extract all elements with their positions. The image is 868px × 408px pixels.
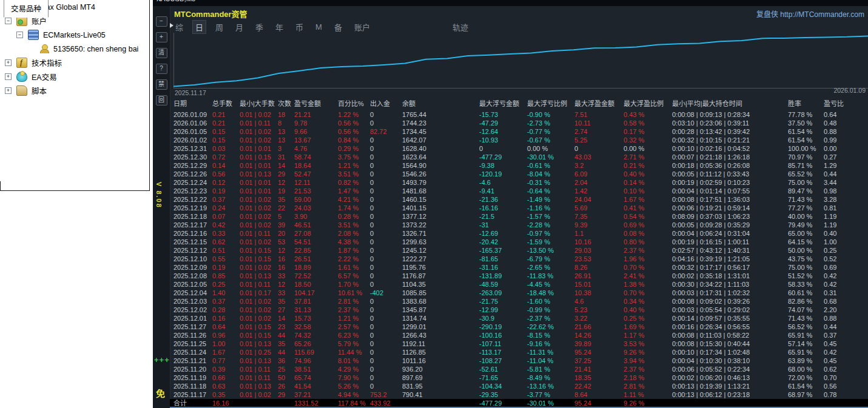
table-cell: -0.77 % bbox=[527, 127, 574, 136]
table-cell: 0.21 bbox=[212, 110, 240, 119]
table-cell: -1.49 % bbox=[527, 195, 574, 204]
table-cell: 2025.12.09 bbox=[170, 263, 212, 272]
expand-icon[interactable]: + bbox=[5, 59, 12, 66]
table-cell: 2.37 % bbox=[624, 365, 672, 373]
menu-item[interactable]: 日 bbox=[193, 21, 206, 33]
table-cell: 1.42 bbox=[574, 187, 624, 195]
equity-curve-chart[interactable] bbox=[173, 33, 868, 89]
minimize-icon[interactable]: − bbox=[156, 16, 167, 27]
table-cell: -12.64 bbox=[479, 127, 527, 136]
table-cell: 1564.90 bbox=[402, 161, 479, 170]
table-cell: 37.21 bbox=[294, 390, 338, 399]
menu-item[interactable]: 周 bbox=[213, 21, 226, 33]
expand-icon[interactable]: + bbox=[5, 87, 12, 94]
table-cell: 115.69 bbox=[294, 348, 338, 356]
collapse-icon[interactable]: − bbox=[16, 32, 23, 38]
table-cell: -120.19 bbox=[479, 170, 527, 178]
table-row: 2025.11.241.670.01 | 0.2544115.6911.44 %… bbox=[170, 348, 868, 356]
table-cell: 0.96 bbox=[212, 331, 240, 339]
table-row: 2025.12.030.370.01 | 0.023537.812.81 %01… bbox=[170, 297, 868, 306]
menu-item[interactable]: 账户 bbox=[352, 21, 372, 33]
table-cell: -12.99 bbox=[479, 306, 527, 314]
table-cell: -3.77 % bbox=[527, 390, 574, 399]
table-cell: 89.47 % bbox=[788, 187, 824, 195]
tree-item[interactable]: +技术指标 bbox=[0, 56, 149, 70]
menu-item[interactable]: 轨迹 bbox=[450, 21, 471, 33]
menu-item[interactable]: 季 bbox=[253, 21, 266, 33]
help-icon[interactable]: ? bbox=[156, 64, 167, 74]
candles-icon[interactable]: +++ bbox=[154, 355, 170, 364]
table-cell: 1744.23 bbox=[402, 119, 479, 127]
move-icon[interactable]: + bbox=[156, 32, 167, 42]
expand-icon[interactable]: + bbox=[5, 73, 12, 80]
table-cell: 0.51 bbox=[212, 246, 240, 255]
free-badge[interactable]: 免 bbox=[156, 387, 165, 400]
table-cell: 0.52 bbox=[824, 255, 868, 263]
table-cell: 22.85 bbox=[294, 246, 338, 255]
menu-item[interactable]: 备 bbox=[332, 21, 345, 33]
table-cell: 0 bbox=[370, 382, 402, 390]
collapse-icon[interactable]: − bbox=[5, 18, 12, 24]
table-cell: -0.31 % bbox=[527, 178, 574, 187]
table-cell: 4.38 % bbox=[338, 238, 370, 246]
table-cell: -30.01 % bbox=[527, 399, 574, 407]
table-cell: 51.52 % bbox=[788, 272, 824, 280]
brand-link[interactable]: 复盘侠 http://MTCommander.com bbox=[756, 8, 864, 19]
table-cell: -165.37 bbox=[479, 246, 527, 255]
table-cell: 0.56 % bbox=[338, 127, 370, 136]
tree-item[interactable]: +脚本 bbox=[0, 84, 149, 98]
table-cell: 0.82 % bbox=[338, 178, 370, 187]
table-cell: 0.01 | 0.02 bbox=[240, 238, 278, 246]
table-row: 2026.01.090.210.01 | 0.021821.211.22 %01… bbox=[170, 110, 868, 119]
table-cell: 38.51 bbox=[294, 365, 338, 373]
menu-item[interactable]: 年 bbox=[273, 21, 286, 33]
tree-item[interactable]: −ECMarkets-Live05 bbox=[0, 28, 149, 42]
table-cell: 0.43 % bbox=[624, 110, 672, 119]
tree-item[interactable]: +EA交易 bbox=[0, 70, 149, 84]
table-cell: 1.29 bbox=[824, 161, 868, 170]
table-cell: 0.70 % bbox=[624, 263, 672, 272]
clear-icon[interactable]: 清 bbox=[156, 48, 167, 58]
table-cell: 1642.07 bbox=[402, 136, 479, 144]
table-cell: -11.83 % bbox=[527, 272, 574, 280]
table-row: 合计16.161331.52117.84 %433.92-477.29-30.0… bbox=[170, 399, 868, 407]
table-cell: 0:00:06 | 0:05:52 | 0:22:34 bbox=[672, 365, 788, 373]
menu-item[interactable]: 月 bbox=[233, 21, 246, 33]
tree-item[interactable]: 5135650: chen sheng bai bbox=[0, 42, 149, 56]
table-cell: 0 bbox=[370, 280, 402, 289]
table-cell: 82.86 % bbox=[788, 297, 824, 306]
table-cell: -402 bbox=[370, 289, 402, 297]
table-cell: 0.16 bbox=[212, 314, 240, 323]
restore-icon[interactable]: 回 bbox=[156, 95, 167, 105]
table-cell: 0.40 bbox=[824, 229, 868, 238]
table-cell: -11.31 % bbox=[527, 348, 574, 356]
table-cell: 2025.12.16 bbox=[170, 229, 212, 238]
table-cell: 0.01 | 0.13 bbox=[240, 170, 278, 178]
table-cell: 33 bbox=[278, 289, 294, 297]
panel-title: MTCommander资管 bbox=[174, 8, 247, 19]
table-cell: -0.97 % bbox=[527, 229, 574, 238]
menu-item[interactable]: 币 bbox=[293, 21, 306, 33]
table-cell: 2025.11.20 bbox=[170, 365, 212, 373]
table-cell: 0.48 bbox=[824, 119, 868, 127]
table-cell: -30.9 bbox=[479, 314, 527, 323]
table-cell: 0.00 bbox=[824, 144, 868, 153]
table-cell: 0.01 | 0.11 bbox=[240, 229, 278, 238]
tab-symbols[interactable]: 交易品种 bbox=[4, 0, 49, 18]
table-cell: 5 bbox=[278, 212, 294, 221]
table-row: 2025.12.020.280.01 | 0.022731.132.37 %01… bbox=[170, 306, 868, 314]
table-cell: 0:00:02 | 0:06:20 | 0:46:13 bbox=[672, 373, 788, 382]
forbid-icon[interactable]: 禁 bbox=[156, 79, 167, 90]
table-header-cell: 最小|平均|最大持仓时间 bbox=[672, 98, 788, 109]
chart-tab-label[interactable]: XAUUSD,M5 bbox=[156, 0, 195, 2]
menu-item[interactable]: 综 bbox=[173, 21, 186, 33]
table-cell: 1085.85 bbox=[402, 289, 479, 297]
table-cell: 2025.12.24 bbox=[170, 178, 212, 187]
table-row: 2025.12.170.420.01 | 0.023946.513.51 %01… bbox=[170, 221, 868, 229]
table-cell: 44 bbox=[278, 331, 294, 339]
table-cell: 1623.64 bbox=[402, 153, 479, 161]
table-cell: 2026.01.06 bbox=[170, 119, 212, 127]
table-cell: 0.01 | 0.02 bbox=[240, 297, 278, 306]
table-cell: 0 bbox=[370, 144, 402, 153]
menu-item[interactable]: M bbox=[313, 22, 325, 32]
